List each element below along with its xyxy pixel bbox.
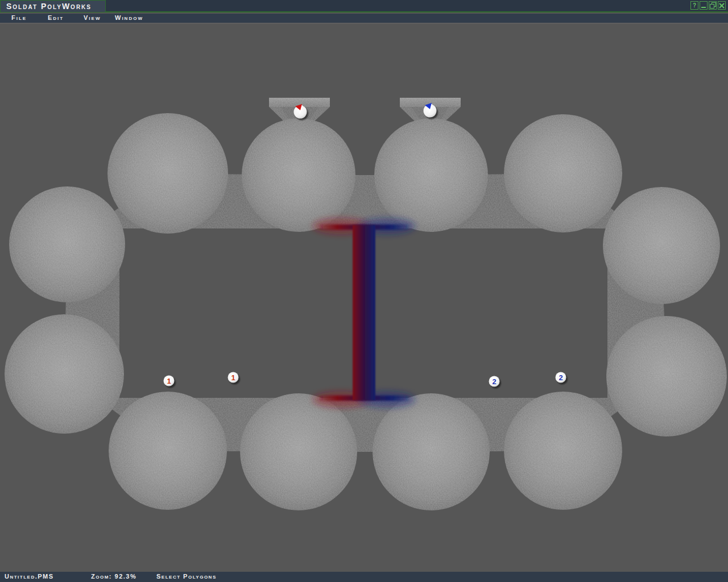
rock-polygon[interactable] [5, 314, 124, 434]
status-bar: Untitled.PMS Zoom: 92.3% Select Polygons [0, 572, 728, 582]
question-icon: ? [693, 2, 696, 9]
menu-item-edit[interactable]: Edit [48, 14, 64, 21]
map-canvas[interactable]: 1122 [0, 23, 728, 572]
rock-polygon[interactable] [240, 393, 357, 510]
rock-polygon[interactable] [603, 187, 720, 304]
status-filename: Untitled.PMS [5, 573, 54, 580]
status-tool: Select Polygons [156, 573, 217, 580]
close-button[interactable] [718, 1, 726, 10]
spawn-number: 1 [231, 373, 235, 382]
spawn-number: 1 [167, 377, 171, 385]
spawn-number: 2 [492, 377, 496, 386]
close-icon [719, 3, 725, 9]
spawn-marker-team-2[interactable]: 2 [556, 372, 568, 385]
rock-polygon[interactable] [504, 392, 622, 510]
rock-polygon[interactable] [9, 186, 125, 302]
restore-button[interactable] [709, 1, 717, 10]
title-box: Soldat PolyWorks [0, 0, 106, 13]
menu-item-view[interactable]: View [84, 14, 101, 21]
beam-column [353, 225, 375, 400]
spawn-marker-team-2[interactable]: 2 [489, 376, 502, 389]
menu-item-window[interactable]: Window [115, 14, 143, 21]
titlebar: Soldat PolyWorks ? [0, 0, 728, 13]
rock-polygon[interactable] [606, 316, 727, 436]
spawn-number: 2 [559, 373, 562, 382]
rock-polygon[interactable] [504, 114, 622, 232]
menubar: FileEditViewWindow [0, 14, 728, 23]
window-controls: ? [690, 1, 726, 10]
help-button[interactable]: ? [690, 1, 698, 10]
restore-icon [710, 2, 716, 9]
map-scene: 1122 [0, 24, 728, 572]
rock-polygon[interactable] [107, 113, 228, 234]
rock-polygon[interactable] [373, 393, 490, 510]
status-zoom: Zoom: 92.3% [91, 573, 136, 580]
center-beam[interactable] [313, 218, 415, 408]
minimize-icon [701, 3, 706, 9]
window-title: Soldat PolyWorks [6, 2, 92, 11]
rock-polygon[interactable] [374, 118, 488, 232]
rock-polygon[interactable] [242, 118, 355, 232]
spawn-marker-team-1[interactable]: 1 [228, 372, 241, 385]
menu-item-file[interactable]: File [11, 14, 27, 21]
spawn-marker-team-1[interactable]: 1 [164, 376, 176, 388]
minimize-button[interactable] [700, 1, 708, 10]
rock-polygon[interactable] [109, 392, 227, 510]
